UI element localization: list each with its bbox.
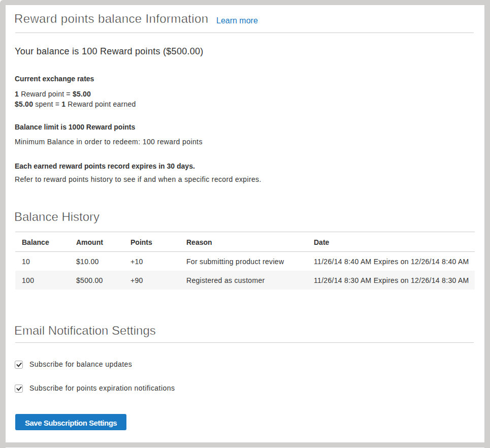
page-header: Reward points balance Information xyxy=(14,12,208,26)
email-settings-heading: Email Notification Settings xyxy=(14,324,156,338)
column-header-amount: Amount xyxy=(70,232,124,252)
column-header-points: Points xyxy=(124,232,180,252)
balance-limit-heading: Balance limit is 1000 Reward points xyxy=(15,122,135,132)
learn-more-link[interactable]: Learn more xyxy=(216,16,258,26)
email-settings-divider xyxy=(15,342,474,343)
reward-points-card: Reward points balance Information Learn … xyxy=(6,5,484,442)
column-header-balance: Balance xyxy=(15,232,70,252)
exchange-rates-lines: 1 Reward point = $5.00 $5.00 spent = 1 R… xyxy=(15,89,136,109)
balance-history-heading: Balance History xyxy=(14,210,100,224)
column-header-date: Date xyxy=(307,232,475,252)
checkmark-icon xyxy=(16,362,22,368)
cell-balance: 10 xyxy=(15,252,70,271)
minimum-balance-line: Minimum Balance in order to redeem: 100 … xyxy=(15,137,203,147)
cell-amount: $10.00 xyxy=(70,252,124,271)
exchange-line-2: $5.00 spent = 1 Reward point earned xyxy=(15,100,136,108)
exchange-line-1: 1 Reward point = $5.00 xyxy=(15,90,91,98)
cell-date: 11/26/14 8:30 AM Expires on 12/26/14 8:3… xyxy=(307,271,475,290)
column-header-reason: Reason xyxy=(180,232,307,252)
page-title: Reward points balance Information xyxy=(14,12,208,26)
points-expiration-label[interactable]: Subscribe for points expiration notifica… xyxy=(29,383,175,393)
cell-balance: 100 xyxy=(15,271,70,290)
table-row: 10 $10.00 +10 For submitting product rev… xyxy=(15,252,475,271)
exchange-rates-heading: Current exchange rates xyxy=(15,74,94,84)
balance-updates-label[interactable]: Subscribe for balance updates xyxy=(29,359,132,369)
balance-history-table: Balance Amount Points Reason Date 10 $10… xyxy=(15,232,475,290)
balance-summary: Your balance is 100 Reward points ($500.… xyxy=(15,45,204,57)
table-header-row: Balance Amount Points Reason Date xyxy=(15,232,475,252)
cell-reason: Registered as customer xyxy=(180,271,307,290)
expiration-note: Refer to reward points history to see if… xyxy=(15,174,262,184)
points-expiration-checkbox[interactable] xyxy=(15,385,23,393)
cell-points: +90 xyxy=(124,271,180,290)
cell-date: 11/26/14 8:40 AM Expires on 12/26/14 8:4… xyxy=(307,252,475,271)
balance-updates-checkbox[interactable] xyxy=(15,361,23,369)
title-divider xyxy=(15,33,474,33)
cell-points: +10 xyxy=(124,252,180,271)
table-row: 100 $500.00 +90 Registered as customer 1… xyxy=(15,271,475,290)
checkmark-icon xyxy=(16,386,22,392)
cell-amount: $500.00 xyxy=(70,271,124,290)
save-subscription-settings-button[interactable]: Save Subscription Settings xyxy=(15,414,126,430)
expiration-heading: Each earned reward points record expires… xyxy=(15,161,195,171)
cell-reason: For submitting product review xyxy=(180,252,307,271)
